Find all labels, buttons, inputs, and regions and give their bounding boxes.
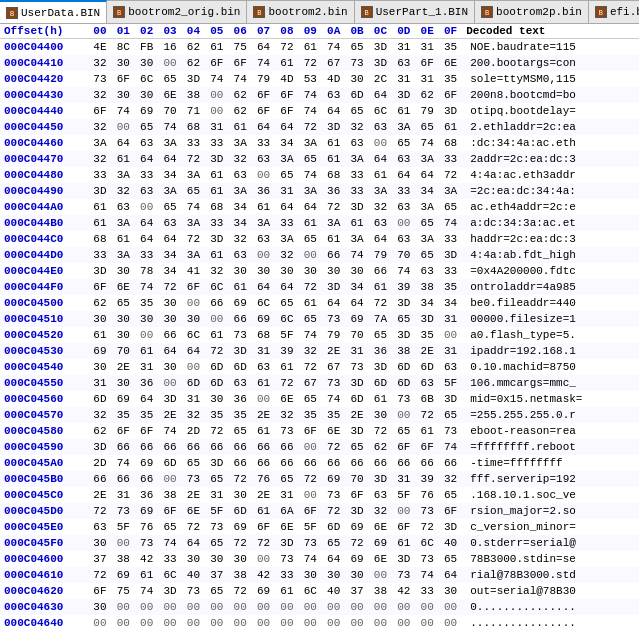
hex-cell: 6F: [275, 103, 298, 119]
hex-cell: 36: [135, 375, 158, 391]
column-header-0b: 0B: [345, 24, 368, 39]
column-header-0c: 0C: [369, 24, 392, 39]
hex-cell: 31: [439, 343, 462, 359]
decoded-cell: =255.255.255.0.r: [462, 407, 639, 423]
hex-cell: 3D: [439, 247, 462, 263]
hex-cell: 8C: [112, 39, 135, 56]
hex-cell: 6D: [345, 87, 368, 103]
hex-cell: 65: [112, 295, 135, 311]
hex-cell: 79: [369, 247, 392, 263]
hex-cell: 33: [88, 247, 111, 263]
hex-cell: 30: [182, 551, 205, 567]
hex-cell: 42: [135, 551, 158, 567]
tab-UserPart_1_BIN[interactable]: BUserPart_1.BIN: [355, 0, 475, 23]
decoded-cell: rsion_major=2.so: [462, 503, 639, 519]
hex-cell: 3A: [416, 231, 439, 247]
hex-cell: 72: [322, 199, 345, 215]
column-header-decoded: Decoded text: [462, 24, 639, 39]
hex-cell: 6D: [345, 391, 368, 407]
decoded-cell: =ffffffff.reboot: [462, 439, 639, 455]
offset-cell: 000C044E0: [0, 263, 88, 279]
hex-cell: 65: [439, 551, 462, 567]
tab-bootrom2_orig_bin[interactable]: Bbootrom2_orig.bin: [107, 0, 247, 23]
hex-cell: 37: [88, 551, 111, 567]
hex-cell: 63: [345, 135, 368, 151]
offset-cell: 000C04570: [0, 407, 88, 423]
hex-cell: 6E: [158, 87, 181, 103]
hex-cell: 72: [299, 55, 322, 71]
hex-cell: 6C: [416, 535, 439, 551]
hex-cell: 63: [252, 231, 275, 247]
bin-icon: B: [481, 6, 493, 18]
tab-efi_bin[interactable]: Befi.bin: [589, 0, 639, 23]
table-row: 000C045C02E3136382E31302E3100736F635F766…: [0, 487, 639, 503]
hex-cell: 64: [369, 231, 392, 247]
tab-UserData_BIN[interactable]: BUserData.BIN: [0, 0, 107, 23]
tab-bootrom2p_bin[interactable]: Bbootrom2p.bin: [475, 0, 589, 23]
hex-cell: 6F: [158, 503, 181, 519]
hex-cell: 66: [229, 311, 252, 327]
hex-cell: 61: [252, 199, 275, 215]
offset-cell: 000C044D0: [0, 247, 88, 263]
hex-cell: 61: [392, 535, 415, 551]
decoded-cell: =0x4A200000.fdtc: [462, 263, 639, 279]
hex-cell: 3D: [392, 295, 415, 311]
hex-cell: 65: [182, 183, 205, 199]
hex-cell: 64: [416, 167, 439, 183]
hex-cell: 6F: [135, 423, 158, 439]
hex-cell: 4D: [322, 71, 345, 87]
hex-cell: 33: [135, 167, 158, 183]
hex-cell: 66: [88, 471, 111, 487]
hex-cell: 69: [112, 567, 135, 583]
hex-cell: 63: [392, 199, 415, 215]
hex-cell: 31: [392, 471, 415, 487]
tab-bootrom2_bin[interactable]: Bbootrom2.bin: [247, 0, 354, 23]
hex-cell: 72: [416, 407, 439, 423]
decoded-cell: 4:4a:ab.fdt_high: [462, 247, 639, 263]
hex-cell: 00: [439, 327, 462, 343]
hex-cell: 32: [439, 471, 462, 487]
hex-cell: 00: [369, 135, 392, 151]
hex-cell: 6C: [275, 311, 298, 327]
hex-cell: 72: [158, 279, 181, 295]
hex-cell: 6F: [88, 583, 111, 599]
hex-cell: 00: [299, 615, 322, 631]
hex-cell: 61: [299, 295, 322, 311]
hex-cell: 62: [229, 87, 252, 103]
hex-cell: 35: [299, 407, 322, 423]
table-row: 000C045E0635F76657273696F6E5F6D696E6F723…: [0, 519, 639, 535]
offset-cell: 000C04540: [0, 359, 88, 375]
hex-cell: 61: [205, 39, 228, 56]
column-header-00: 00: [88, 24, 111, 39]
hex-cell: 3D: [439, 519, 462, 535]
hex-cell: 00: [135, 615, 158, 631]
hex-cell: 2E: [88, 487, 111, 503]
hex-cell: 63: [158, 215, 181, 231]
hex-cell: 00: [299, 487, 322, 503]
hex-cell: 3D: [88, 183, 111, 199]
hex-cell: 36: [229, 391, 252, 407]
hex-cell: 69: [135, 503, 158, 519]
hex-cell: 5F: [205, 503, 228, 519]
hex-table-container[interactable]: Offset(h) 00 01 02 03 04 05 06 07 08 09 …: [0, 24, 639, 639]
hex-cell: 6D: [392, 359, 415, 375]
hex-cell: 31: [275, 183, 298, 199]
hex-cell: 65: [158, 519, 181, 535]
hex-cell: 67: [299, 375, 322, 391]
hex-cell: 00: [252, 391, 275, 407]
hex-cell: 3D: [439, 103, 462, 119]
column-header-04: 04: [182, 24, 205, 39]
hex-cell: 6F: [416, 439, 439, 455]
hex-cell: 73: [322, 375, 345, 391]
hex-cell: 6E: [369, 551, 392, 567]
hex-cell: 30: [369, 407, 392, 423]
hex-cell: 31: [135, 359, 158, 375]
table-row: 000C044303230306E3800626F6F74636D643D626…: [0, 87, 639, 103]
hex-cell: 66: [112, 471, 135, 487]
hex-cell: 37: [205, 567, 228, 583]
hex-cell: 00: [205, 599, 228, 615]
hex-cell: 70: [392, 247, 415, 263]
hex-cell: 65: [275, 295, 298, 311]
hex-cell: 33: [439, 263, 462, 279]
hex-cell: 6F: [205, 55, 228, 71]
